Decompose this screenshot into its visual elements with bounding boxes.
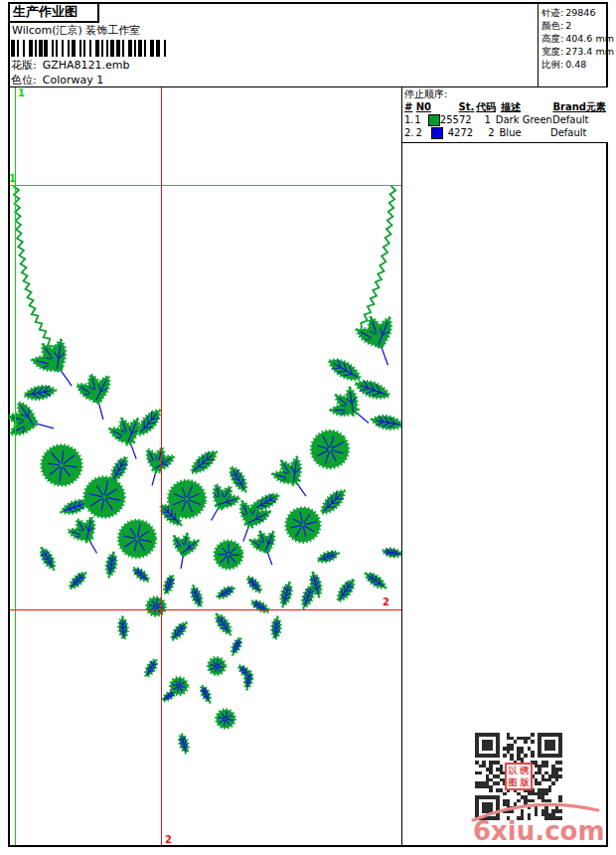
- col-header-element: 元素: [586, 100, 608, 113]
- stitch-count: 4272: [444, 126, 473, 139]
- stat-row: 比例:0.48: [541, 58, 608, 71]
- thread-color-swatch: [428, 114, 440, 126]
- thread-code: 1: [472, 113, 491, 126]
- thread-brand: Default: [552, 113, 589, 126]
- start-guide-vline: [15, 87, 16, 845]
- studio-name: Wilcom(汇京) 装饰工作室: [12, 23, 140, 38]
- watermark-seal: 以绣图版: [505, 763, 533, 790]
- row-n0: 1: [414, 113, 428, 126]
- col-header-desc: 描述: [496, 100, 552, 113]
- table-row: 1. 1 25572 1 Dark Green Default: [404, 113, 608, 126]
- seal-char: 以: [507, 765, 519, 776]
- stat-label: 高度:: [541, 32, 563, 45]
- end-guide-hline: [10, 609, 401, 610]
- stat-row: 宽度:273.4 mm: [541, 45, 608, 58]
- barcode: [11, 40, 168, 57]
- end-marker-label-right: 2: [383, 598, 389, 607]
- stat-value: 404.6 mm: [565, 32, 614, 45]
- seal-char: 绣: [519, 765, 531, 776]
- seal-char: 版: [519, 776, 531, 788]
- pattern-line: 花版:GZHA8121.emb: [11, 58, 130, 73]
- stat-label: 针迹:: [541, 6, 563, 19]
- stitch-count: 25572: [440, 113, 472, 126]
- stat-label: 比例:: [541, 58, 563, 71]
- colorway-value: Colorway 1: [43, 74, 103, 86]
- col-header-st: St.: [445, 100, 475, 113]
- col-header-brand: Brand: [552, 100, 586, 113]
- stat-value: 273.4 mm: [565, 45, 614, 58]
- thread-code: 2: [473, 126, 494, 139]
- row-index: 1.: [404, 113, 414, 126]
- start-marker-label-left: 1: [9, 174, 16, 184]
- stat-value: 29846: [565, 6, 595, 19]
- end-marker-label-bottom: 2: [165, 835, 172, 845]
- page-title: 生产作业图: [8, 2, 99, 23]
- panel-divider: [401, 86, 402, 845]
- stat-value: 0.48: [565, 58, 586, 71]
- seal-char: 图: [507, 776, 519, 788]
- stat-label: 颜色:: [541, 19, 563, 32]
- colorway-label: 色位:: [11, 74, 37, 86]
- stop-sequence-table: 停止顺序: # N0 St. 代码 描述 Brand 元素 1. 1 25572…: [402, 87, 608, 143]
- start-guide-hline: [10, 185, 401, 186]
- stat-label: 宽度:: [541, 45, 563, 58]
- start-marker-label-top: 1: [18, 88, 25, 98]
- stat-row: 高度:404.6 mm: [541, 32, 608, 45]
- pattern-label: 花版:: [11, 59, 37, 72]
- thread-description: Dark Green: [491, 113, 552, 126]
- end-guide-vline: [161, 87, 162, 845]
- row-n0: 2: [416, 126, 431, 139]
- colorway-line: 色位:Colorway 1: [11, 73, 103, 87]
- embroidery-design-canvas: [8, 86, 401, 847]
- table-header-row: # N0 St. 代码 描述 Brand 元素: [404, 100, 608, 113]
- design-stats-box: 针迹:29846 颜色:2 高度:404.6 mm 宽度:273.4 mm 比例…: [538, 4, 608, 86]
- pattern-value: GZHA8121.emb: [43, 59, 130, 72]
- stat-row: 针迹:29846: [541, 6, 608, 19]
- thread-description: Blue: [495, 126, 550, 139]
- col-header-code: 代码: [474, 100, 496, 113]
- thread-brand: Default: [550, 126, 587, 139]
- thread-color-swatch: [431, 127, 443, 139]
- site-logo: 6xiu.com: [473, 816, 605, 846]
- worksheet-page: 生产作业图 Wilcom(汇京) 装饰工作室 花版:GZHA8121.emb 色…: [0, 0, 616, 855]
- col-header-hash: #: [404, 100, 416, 113]
- stat-row: 颜色:2: [541, 19, 608, 32]
- stat-value: 2: [565, 19, 571, 32]
- stop-sequence-title: 停止顺序:: [404, 88, 608, 100]
- row-index: 2.: [404, 126, 416, 139]
- table-row: 2. 2 4272 2 Blue Default: [404, 126, 608, 139]
- col-header-n0: N0: [416, 100, 431, 113]
